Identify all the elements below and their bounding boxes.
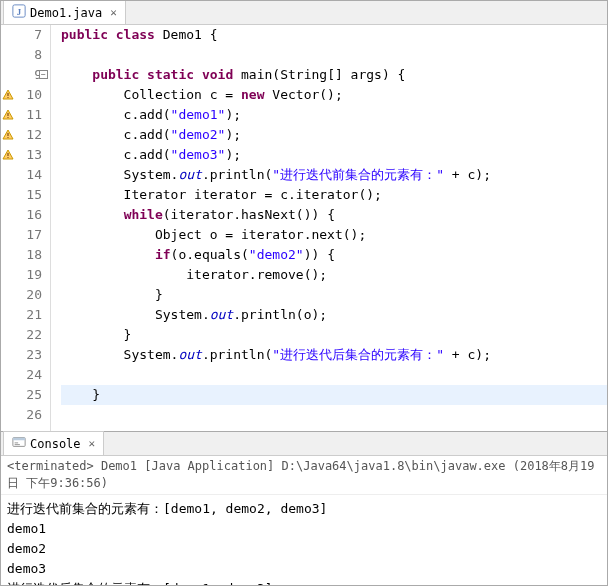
marker-empty [1, 405, 15, 425]
svg-point-7 [7, 137, 8, 138]
code-line[interactable]: Collection c = new Vector(); [61, 87, 343, 102]
marker-empty [1, 225, 15, 245]
code-area[interactable]: public class Demo1 { public static void … [51, 25, 607, 431]
line-number: 12 [15, 125, 42, 145]
close-icon[interactable]: ✕ [89, 437, 96, 450]
code-line[interactable]: c.add("demo3"); [61, 147, 241, 162]
console-line: 进行迭代前集合的元素有：[demo1, demo2, demo3] [7, 499, 601, 519]
console-line: demo3 [7, 559, 601, 579]
editor-tab[interactable]: J Demo1.java ✕ [3, 0, 126, 24]
close-icon[interactable]: ✕ [110, 6, 117, 19]
marker-empty [1, 165, 15, 185]
warning-icon[interactable] [1, 85, 15, 105]
code-line[interactable]: if(o.equals("demo2")) { [61, 247, 335, 262]
console-process-header: <terminated> Demo1 [Java Application] D:… [1, 456, 607, 495]
svg-text:J: J [17, 7, 22, 17]
line-number: 15 [15, 185, 42, 205]
marker-empty [1, 345, 15, 365]
warning-icon[interactable] [1, 105, 15, 125]
marker-empty [1, 185, 15, 205]
line-number: 10 [15, 85, 42, 105]
marker-empty [1, 65, 15, 85]
code-line[interactable]: System.out.println("进行迭代后集合的元素有：" + c); [61, 347, 491, 362]
line-number: 8 [15, 45, 42, 65]
console-tab-bar: Console ✕ [1, 432, 607, 456]
console-line: demo1 [7, 519, 601, 539]
line-number: 14 [15, 165, 42, 185]
marker-empty [1, 365, 15, 385]
console-tab-label: Console [30, 437, 81, 451]
console-line: demo2 [7, 539, 601, 559]
line-number: 26 [15, 405, 42, 425]
marker-empty [1, 25, 15, 45]
code-line[interactable]: System.out.println(o); [61, 307, 327, 322]
warning-icon[interactable] [1, 145, 15, 165]
line-number: 17 [15, 225, 42, 245]
console-line: 进行迭代后集合的元素有：[demo1, demo3] [7, 579, 601, 586]
line-number: 21 [15, 305, 42, 325]
svg-point-3 [7, 97, 8, 98]
line-number: 20 [15, 285, 42, 305]
line-number: 23 [15, 345, 42, 365]
code-line[interactable]: c.add("demo2"); [61, 127, 241, 142]
marker-empty [1, 245, 15, 265]
console-icon [12, 435, 26, 452]
line-number: 25 [15, 385, 42, 405]
warning-icon[interactable] [1, 125, 15, 145]
line-number: 13 [15, 145, 42, 165]
marker-empty [1, 45, 15, 65]
fold-toggle-icon[interactable]: − [39, 70, 48, 79]
line-number-gutter: 789−1011121314151617181920212223242526 [15, 25, 51, 431]
console-panel: Console ✕ <terminated> Demo1 [Java Appli… [1, 431, 607, 586]
code-line[interactable]: public static void main(String[] args) { [61, 67, 405, 82]
marker-column [1, 25, 15, 431]
code-line[interactable]: Iterator iterator = c.iterator(); [61, 187, 382, 202]
svg-rect-11 [13, 438, 25, 441]
code-editor[interactable]: 789−1011121314151617181920212223242526 p… [1, 25, 607, 431]
editor-tab-bar: J Demo1.java ✕ [1, 1, 607, 25]
line-number: 11 [15, 105, 42, 125]
code-line[interactable]: } [61, 385, 607, 405]
line-number: 22 [15, 325, 42, 345]
code-line[interactable]: System.out.println("进行迭代前集合的元素有：" + c); [61, 167, 491, 182]
code-line[interactable]: iterator.remove(); [61, 267, 327, 282]
marker-empty [1, 385, 15, 405]
line-number: 9− [15, 65, 42, 85]
line-number: 16 [15, 205, 42, 225]
line-number: 7 [15, 25, 42, 45]
code-line[interactable]: } [61, 287, 163, 302]
code-line[interactable]: Object o = iterator.next(); [61, 227, 366, 242]
svg-point-9 [7, 157, 8, 158]
code-line[interactable]: while(iterator.hasNext()) { [61, 207, 335, 222]
marker-empty [1, 325, 15, 345]
svg-point-5 [7, 117, 8, 118]
line-number: 24 [15, 365, 42, 385]
code-line[interactable]: public class Demo1 { [61, 27, 218, 42]
code-line[interactable]: c.add("demo1"); [61, 107, 241, 122]
console-output[interactable]: 进行迭代前集合的元素有：[demo1, demo2, demo3]demo1de… [1, 495, 607, 586]
line-number: 19 [15, 265, 42, 285]
marker-empty [1, 265, 15, 285]
code-line[interactable]: } [61, 327, 131, 342]
marker-empty [1, 205, 15, 225]
marker-empty [1, 305, 15, 325]
java-file-icon: J [12, 4, 26, 21]
editor-tab-label: Demo1.java [30, 6, 102, 20]
marker-empty [1, 285, 15, 305]
console-tab[interactable]: Console ✕ [3, 431, 104, 455]
line-number: 18 [15, 245, 42, 265]
